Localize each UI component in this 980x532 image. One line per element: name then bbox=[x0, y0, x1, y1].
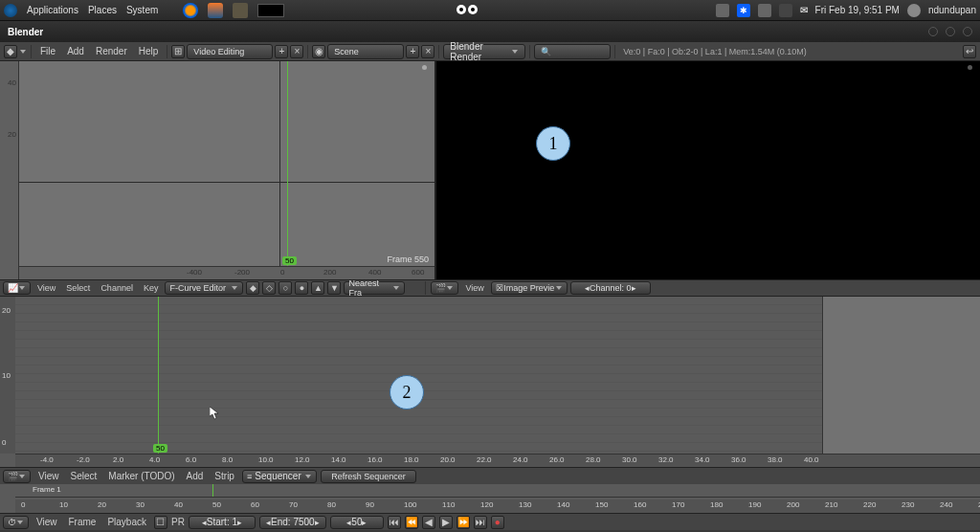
frame-readout: Frame 550 bbox=[387, 255, 429, 264]
clock[interactable]: Fri Feb 19, 9:51 PM bbox=[815, 5, 900, 15]
graph-editor-type-icon[interactable]: 📈 bbox=[3, 281, 31, 295]
layout-dropdown[interactable]: Video Editing bbox=[187, 44, 273, 59]
graph-playhead[interactable] bbox=[287, 61, 288, 266]
tl-frame-menu[interactable]: Frame bbox=[65, 517, 100, 527]
play-reverse-button[interactable]: ◀ bbox=[422, 516, 435, 529]
user-menu[interactable]: ndundupan bbox=[928, 5, 976, 15]
applications-menu[interactable]: Applications bbox=[27, 5, 78, 15]
places-menu[interactable]: Places bbox=[88, 5, 117, 15]
timeline-ruler[interactable]: 0102030405060708090100110120130140150160… bbox=[15, 499, 980, 513]
render-engine-dropdown[interactable]: Blender Render bbox=[443, 44, 525, 59]
add-menu[interactable]: Add bbox=[62, 46, 89, 56]
timeline-editor[interactable]: Frame 1 01020304050607080901001101201301… bbox=[0, 484, 980, 513]
sequencer-playhead[interactable] bbox=[158, 297, 159, 454]
blender-logo-icon[interactable]: ◆ bbox=[4, 45, 17, 58]
ubuntu-logo-icon bbox=[4, 4, 17, 17]
preview-view-menu[interactable]: View bbox=[461, 283, 487, 293]
file-menu[interactable]: File bbox=[35, 46, 60, 56]
graph-tool-icon[interactable]: ◇ bbox=[262, 281, 276, 295]
minimize-button[interactable] bbox=[928, 27, 938, 36]
play-button[interactable]: ▶ bbox=[439, 516, 453, 529]
preview-editor-type-icon[interactable]: 🎬 bbox=[431, 281, 458, 295]
user-icon bbox=[907, 4, 921, 17]
graph-editor[interactable]: 40 20 50 -400 -200 0 200 400 600 Frame 5… bbox=[0, 61, 435, 279]
area-split-handle[interactable] bbox=[968, 65, 972, 70]
zero-line-h bbox=[19, 182, 434, 183]
sequence-preview[interactable]: 1 bbox=[435, 61, 980, 279]
add-scene-button[interactable]: + bbox=[406, 45, 419, 58]
close-button[interactable] bbox=[963, 27, 972, 36]
graph-select-menu[interactable]: Select bbox=[62, 283, 94, 293]
seq-view-menu[interactable]: View bbox=[34, 471, 63, 481]
graph-x-axis: -400 -200 0 200 400 600 bbox=[19, 266, 434, 279]
fcurve-mode-dropdown[interactable]: F-Curve Editor bbox=[165, 281, 243, 295]
sequencer-editor[interactable]: 20 10 0 50 -4.0-2.02.04.06.08.010.012.01… bbox=[0, 297, 980, 467]
tl-playback-menu[interactable]: Playback bbox=[103, 517, 150, 527]
blender-icon[interactable] bbox=[208, 3, 223, 18]
refresh-sequencer-button[interactable]: Refresh Sequencer bbox=[321, 470, 416, 483]
tl-view-menu[interactable]: View bbox=[33, 517, 61, 527]
xeyes-icon bbox=[457, 5, 479, 16]
keyframe-next-button[interactable]: ⏩ bbox=[457, 516, 470, 529]
snap-dropdown[interactable]: Nearest Fra bbox=[344, 281, 405, 295]
graph-tool-icon[interactable]: ○ bbox=[278, 281, 292, 295]
seq-select-menu[interactable]: Select bbox=[67, 471, 101, 481]
monitor-tray-icon[interactable] bbox=[716, 4, 729, 17]
volume-icon[interactable] bbox=[758, 4, 771, 17]
scene-stats: Ve:0 | Fa:0 | Ob:2-0 | La:1 | Mem:1.54M … bbox=[623, 47, 806, 56]
help-menu[interactable]: Help bbox=[134, 46, 164, 56]
graph-tool-icon[interactable]: ▲ bbox=[311, 281, 324, 295]
annotation-marker-1: 1 bbox=[536, 126, 570, 161]
gnome-panel[interactable]: Applications Places System ✱ ✉ Fri Feb 1… bbox=[0, 0, 980, 21]
remove-layout-button[interactable]: × bbox=[290, 45, 303, 58]
graph-key-menu[interactable]: Key bbox=[140, 283, 163, 293]
bluetooth-icon[interactable]: ✱ bbox=[737, 4, 750, 17]
jump-start-button[interactable]: ⏮ bbox=[388, 516, 401, 529]
jump-end-button[interactable]: ⏭ bbox=[474, 516, 487, 529]
chat-tray-icon[interactable] bbox=[779, 4, 792, 17]
system-menu[interactable]: System bbox=[126, 5, 158, 15]
end-frame-field[interactable]: ◂ End: 7500 ▸ bbox=[259, 516, 326, 529]
scene-icon[interactable]: ◉ bbox=[312, 45, 325, 58]
annotation-marker-2: 2 bbox=[390, 375, 424, 410]
window-title: Blender bbox=[8, 27, 43, 37]
render-menu[interactable]: Render bbox=[91, 46, 132, 56]
sequencer-x-axis: -4.0-2.02.04.06.08.010.012.014.016.018.0… bbox=[15, 454, 980, 467]
remove-scene-button[interactable]: × bbox=[421, 45, 434, 58]
add-layout-button[interactable]: + bbox=[275, 45, 288, 58]
graph-y-axis: 40 20 bbox=[0, 61, 19, 279]
gimp-icon[interactable] bbox=[233, 3, 248, 18]
graph-tool-icon[interactable]: ▼ bbox=[327, 281, 341, 295]
timeline-editor-type-icon[interactable]: ⏱ bbox=[3, 516, 29, 529]
sequencer-editor-type-icon[interactable]: 🎬 bbox=[3, 470, 31, 483]
playhead-frame-label: 50 bbox=[282, 256, 297, 265]
sequencer-playhead-label: 50 bbox=[153, 444, 167, 453]
start-frame-field[interactable]: ◂ Start: 1 ▸ bbox=[189, 516, 256, 529]
keyframe-prev-button[interactable]: ⏪ bbox=[405, 516, 418, 529]
channel-stepper[interactable]: ◂ Channel: 0 ▸ bbox=[570, 281, 651, 295]
graph-view-menu[interactable]: View bbox=[33, 283, 59, 293]
graph-channel-menu[interactable]: Channel bbox=[97, 283, 137, 293]
sequencer-mode-dropdown[interactable]: ≡ Sequencer bbox=[242, 470, 317, 483]
seq-add-menu[interactable]: Add bbox=[183, 471, 208, 481]
timeline-playhead[interactable] bbox=[212, 484, 213, 497]
firefox-icon[interactable] bbox=[183, 3, 198, 18]
current-frame-field[interactable]: ◂ 50 ▸ bbox=[330, 516, 384, 529]
terminal-icon[interactable] bbox=[257, 4, 284, 17]
back-to-previous-button[interactable]: ↩ bbox=[963, 45, 976, 58]
zero-line-v bbox=[279, 61, 280, 266]
graph-tool-icon[interactable]: ● bbox=[295, 281, 308, 295]
seq-strip-menu[interactable]: Strip bbox=[211, 471, 238, 481]
sequencer-empty-region bbox=[822, 297, 980, 454]
preview-mode-dropdown[interactable]: ☒ Image Previe bbox=[491, 281, 568, 295]
pr-toggle[interactable]: ☐ bbox=[154, 516, 167, 529]
window-title-bar[interactable]: Blender bbox=[0, 21, 980, 42]
graph-tool-icon[interactable]: ◆ bbox=[246, 281, 259, 295]
seq-marker-menu[interactable]: Marker (TODO) bbox=[104, 471, 178, 481]
scene-dropdown[interactable]: Scene bbox=[327, 44, 404, 59]
layout-icon[interactable]: ⊞ bbox=[171, 45, 185, 58]
maximize-button[interactable] bbox=[946, 27, 955, 36]
area-split-handle[interactable] bbox=[422, 65, 427, 70]
search-field[interactable]: 🔍 bbox=[534, 44, 611, 59]
auto-keyframe-button[interactable]: ● bbox=[491, 516, 504, 529]
